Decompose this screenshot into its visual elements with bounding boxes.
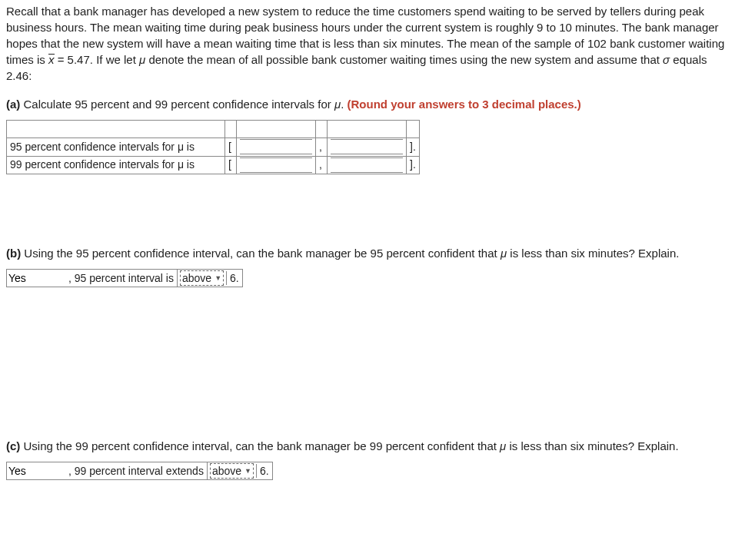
part-c-six: 6. <box>257 462 272 479</box>
comma: , <box>316 138 328 157</box>
part-c-dropdown[interactable]: above ▼ <box>210 463 254 479</box>
ci-99-upper-input[interactable] <box>331 157 403 173</box>
mu-symbol: μ <box>139 53 145 66</box>
close-bracket: ]. <box>407 138 420 157</box>
part-a-text2: . <box>341 98 347 111</box>
ci-99-row: 99 percent confidence intervals for μ is… <box>7 156 420 174</box>
part-b-yesno-input[interactable] <box>7 271 65 285</box>
xbar-symbol: x <box>48 51 55 68</box>
part-a-text: Calculate 95 percent and 99 percent conf… <box>20 98 334 111</box>
part-b-prompt: (b) Using the 95 percent confidence inte… <box>6 245 729 261</box>
part-c-prompt: (c) Using the 99 percent confidence inte… <box>6 438 729 454</box>
sigma-symbol: σ <box>663 53 670 66</box>
part-b-mid: , 95 percent interval is <box>65 270 178 287</box>
part-b-six: 6. <box>227 270 242 287</box>
part-b-text: Using the 95 percent confidence interval… <box>21 247 501 260</box>
ci-95-label: 95 percent confidence intervals for μ is <box>7 138 225 157</box>
part-c-answer: , 99 percent interval extends above ▼ 6. <box>6 462 273 480</box>
ci-95-upper-input[interactable] <box>331 139 403 154</box>
round-instruction: (Round your answers to 3 decimal places.… <box>348 98 581 111</box>
part-b-dropdown-value: above <box>182 271 211 285</box>
open-bracket: [ <box>225 156 237 174</box>
part-b-answer: , 95 percent interval is above ▼ 6. <box>6 269 243 287</box>
ci-99-lower-input[interactable] <box>240 157 312 173</box>
comma: , <box>316 156 328 174</box>
mu-symbol-b: μ <box>501 247 507 260</box>
part-c-label: (c) <box>6 439 20 452</box>
part-b-label: (b) <box>6 247 21 260</box>
part-c-mid: , 99 percent interval extends <box>65 462 208 479</box>
intro-text-2: = 5.47. If we let <box>55 53 139 66</box>
ci-95-row: 95 percent confidence intervals for μ is… <box>7 138 420 157</box>
chevron-down-icon: ▼ <box>244 464 251 478</box>
part-b-dropdown[interactable]: above ▼ <box>180 270 224 286</box>
part-c-yesno-input[interactable] <box>7 464 65 478</box>
part-a-label: (a) <box>6 98 20 111</box>
part-c-text: Using the 99 percent confidence interval… <box>20 439 500 452</box>
close-bracket: ]. <box>407 156 420 174</box>
mu-symbol-a: μ <box>334 98 341 111</box>
ci-95-lower-input[interactable] <box>240 139 312 154</box>
part-b-text2: is less than six minutes? Explain. <box>507 247 679 260</box>
problem-intro: Recall that a bank manager has developed… <box>6 3 729 84</box>
part-a-prompt: (a) Calculate 95 percent and 99 percent … <box>6 96 729 112</box>
ci-99-label: 99 percent confidence intervals for μ is <box>7 156 225 174</box>
ci-table: 95 percent confidence intervals for μ is… <box>6 120 420 174</box>
intro-text-3: denote the mean of all possible bank cus… <box>145 53 663 66</box>
part-c-dropdown-value: above <box>212 464 241 478</box>
chevron-down-icon: ▼ <box>215 271 221 285</box>
part-c-text2: is less than six minutes? Explain. <box>506 439 678 452</box>
open-bracket: [ <box>225 138 237 157</box>
